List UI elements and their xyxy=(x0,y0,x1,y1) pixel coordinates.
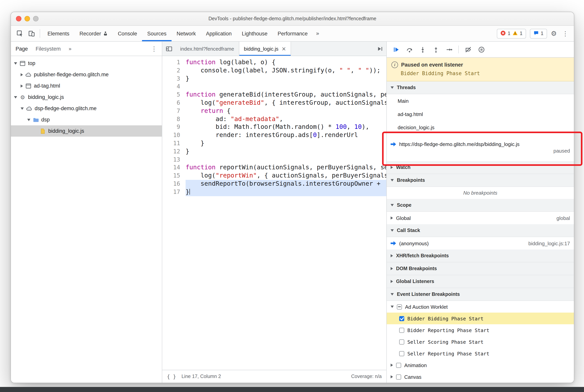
kebab-menu-icon[interactable]: ⋮ xyxy=(561,30,570,37)
console-error-warning-status[interactable]: 1 1 xyxy=(497,28,526,38)
code-line[interactable]: 8 ad: "ad-metadata", xyxy=(162,115,386,123)
scope-section-header[interactable]: Scope xyxy=(387,199,574,212)
code-line[interactable]: 10 render: interestGroup.ads[0].renderUr… xyxy=(162,131,386,139)
step-button[interactable] xyxy=(444,44,455,55)
code-line[interactable]: 1function log(label, o) { xyxy=(162,58,386,66)
code-line[interactable]: 3} xyxy=(162,74,386,83)
pretty-print-icon[interactable]: { } xyxy=(167,374,176,379)
disclosure-triangle-icon[interactable] xyxy=(391,306,394,308)
xhr-fetch-breakpoints-section-header[interactable]: XHR/fetch Breakpoints xyxy=(387,250,574,262)
elb-item-bidder-bidding-phase-start[interactable]: Bidder Bidding Phase Start xyxy=(387,312,574,324)
elb-category-ad-auction-worklet[interactable]: Ad Auction Worklet xyxy=(387,301,574,312)
disclosure-triangle-icon[interactable] xyxy=(21,84,23,88)
editor-tab-index-html-fencedframe[interactable]: index.html?fencedframe xyxy=(175,42,239,56)
line-number[interactable]: 13 xyxy=(162,156,186,164)
checkbox[interactable] xyxy=(399,316,404,321)
event-listener-breakpoints-section-header[interactable]: Event Listener Breakpoints xyxy=(387,288,574,301)
code-line-text[interactable]: function generateBid(interestGroup, auct… xyxy=(186,91,386,99)
code-line-text[interactable]: log("reportWin", { auctionSignals, perBu… xyxy=(186,172,386,180)
hide-navigator-icon[interactable] xyxy=(162,42,175,56)
checkbox[interactable] xyxy=(396,362,401,368)
inspect-element-icon[interactable] xyxy=(14,28,26,39)
code-line-text[interactable]: } xyxy=(186,139,386,148)
resume-button[interactable] xyxy=(391,44,402,55)
line-number[interactable]: 16 xyxy=(162,180,186,188)
checkbox[interactable] xyxy=(397,304,402,309)
tree-item-publisher-fledge-demo-glitch-me[interactable]: publisher-fledge-demo.glitch.me xyxy=(11,69,162,80)
minimize-window-button[interactable] xyxy=(24,16,30,22)
code-line[interactable]: 7 return { xyxy=(162,107,386,115)
disclosure-triangle-icon[interactable] xyxy=(21,73,23,76)
thread-item-decision-logic-js[interactable]: decision_logic.js xyxy=(387,121,574,134)
line-number[interactable]: 2 xyxy=(162,66,186,75)
tab-network[interactable]: Network xyxy=(172,26,201,41)
code-line-text[interactable]: } xyxy=(186,148,386,156)
zoom-window-button[interactable] xyxy=(33,16,38,22)
code-line-text[interactable]: bid: Math.floor(Math.random() * 100, 10)… xyxy=(186,123,386,132)
line-number[interactable]: 8 xyxy=(162,115,186,123)
code-line-text[interactable]: ad: "ad-metadata", xyxy=(186,115,386,123)
line-number[interactable]: 5 xyxy=(162,91,186,99)
pause-on-exceptions-button[interactable] xyxy=(476,44,487,55)
line-number[interactable]: 3 xyxy=(162,74,186,83)
dom-breakpoints-section-header[interactable]: DOM Breakpoints xyxy=(387,262,574,275)
code-line-text[interactable]: log("generateBid", { interestGroup, auct… xyxy=(186,99,386,107)
line-number[interactable]: 4 xyxy=(162,83,186,91)
code-line[interactable]: 12} xyxy=(162,148,386,156)
code-line[interactable]: 2 console.log(label, JSON.stringify(o, "… xyxy=(162,66,386,75)
elb-item-seller-reporting-phase-start[interactable]: Seller Reporting Phase Start xyxy=(387,348,574,359)
code-line-text[interactable]: function log(label, o) { xyxy=(186,58,386,66)
line-number[interactable]: 9 xyxy=(162,123,186,132)
checkbox[interactable] xyxy=(399,339,404,344)
tab-lighthouse[interactable]: Lighthouse xyxy=(237,26,273,41)
code-line[interactable]: 11 } xyxy=(162,139,386,148)
code-line[interactable]: 14function reportWin(auctionSignals, per… xyxy=(162,164,386,172)
line-number[interactable]: 6 xyxy=(162,99,186,107)
code-line[interactable]: 4 xyxy=(162,83,386,91)
disclosure-triangle-icon[interactable] xyxy=(391,364,393,367)
toggle-debugger-sidebar-icon[interactable] xyxy=(373,42,386,56)
more-panels-button[interactable]: » xyxy=(313,30,323,37)
line-number[interactable]: 1 xyxy=(162,58,186,66)
step-over-button[interactable] xyxy=(404,44,415,55)
disclosure-triangle-icon[interactable] xyxy=(27,118,30,121)
close-tab-icon[interactable]: × xyxy=(281,46,286,52)
settings-gear-icon[interactable]: ⚙ xyxy=(551,30,557,37)
code-line[interactable]: 15 log("reportWin", { auctionSignals, pe… xyxy=(162,172,386,180)
code-line-text[interactable]: function reportWin(auctionSignals, perBu… xyxy=(186,164,386,172)
thread-item-main[interactable]: Main xyxy=(387,94,574,108)
tree-item-ad-tag-html[interactable]: ad-tag.html xyxy=(11,80,162,92)
code-line[interactable]: 6 log("generateBid", { interestGroup, au… xyxy=(162,99,386,107)
code-line[interactable]: 5function generateBid(interestGroup, auc… xyxy=(162,91,386,99)
step-out-button[interactable] xyxy=(430,44,441,55)
tab-application[interactable]: Application xyxy=(201,26,237,41)
tab-performance[interactable]: Performance xyxy=(273,26,313,41)
navigator-tab-filesystem[interactable]: Filesystem xyxy=(35,46,61,52)
code-line-text[interactable]: console.log(label, JSON.stringify(o, " "… xyxy=(186,66,386,75)
navigator-tab-page[interactable]: Page xyxy=(15,46,28,52)
checkbox[interactable] xyxy=(399,328,404,333)
thread-item-active[interactable]: https://dsp-fledge-demo.glitch.me/dsp/bi… xyxy=(387,134,574,161)
call-stack-section-header[interactable]: Call Stack xyxy=(387,224,574,237)
issues-status[interactable]: 1 xyxy=(530,28,547,38)
line-number[interactable]: 10 xyxy=(162,131,186,139)
threads-section-header[interactable]: Threads xyxy=(387,81,574,94)
tree-item-dsp-fledge-demo-glitch-me[interactable]: dsp-fledge-demo.glitch.me xyxy=(11,103,162,114)
disclosure-triangle-icon[interactable] xyxy=(21,107,24,110)
watch-section-header[interactable]: Watch xyxy=(387,161,574,174)
elb-category-animation[interactable]: Animation xyxy=(387,359,574,371)
code-line[interactable]: 13 xyxy=(162,156,386,164)
code-line-text[interactable]: } xyxy=(186,188,386,196)
line-number[interactable]: 17 xyxy=(162,188,186,196)
code-line[interactable]: 16 sendReportTo(browserSignals.interestG… xyxy=(162,180,386,188)
navigator-more-tabs-button[interactable]: » xyxy=(68,46,72,52)
tree-item-bidding-logic-js[interactable]: bidding_logic.js xyxy=(11,125,162,137)
navigator-kebab-icon[interactable]: ⋮ xyxy=(151,45,157,52)
deactivate-breakpoints-button[interactable] xyxy=(463,44,474,55)
code-line[interactable]: 17} xyxy=(162,188,386,196)
code-line-text[interactable]: sendReportTo(browserSignals.interestGrou… xyxy=(186,180,386,188)
disclosure-triangle-icon[interactable] xyxy=(391,216,393,220)
checkbox[interactable] xyxy=(396,374,401,379)
line-number[interactable]: 11 xyxy=(162,139,186,148)
call-stack-frame[interactable]: (anonymous)bidding_logic.js:17 xyxy=(387,237,574,250)
